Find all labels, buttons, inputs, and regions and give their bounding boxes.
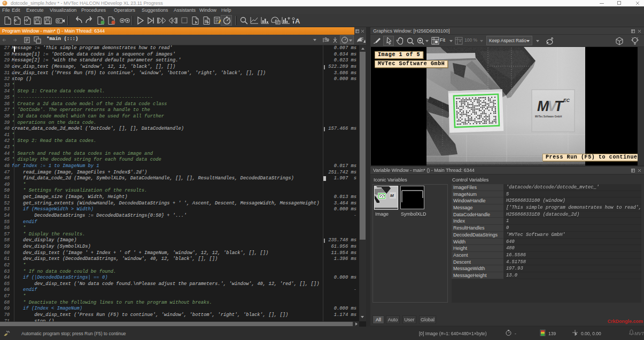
svg-text:M: M — [390, 193, 394, 198]
svg-text:A: A — [295, 17, 300, 25]
